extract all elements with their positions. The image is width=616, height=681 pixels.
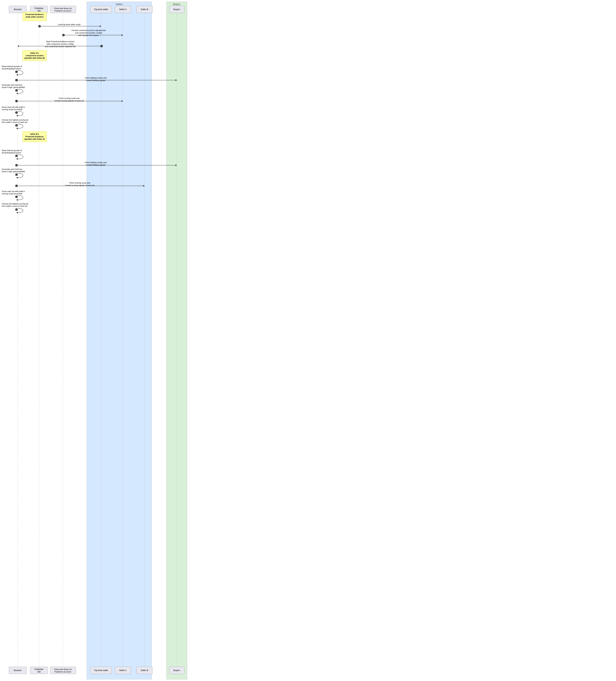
svg-text:Seller B's: Seller B's (30, 133, 39, 135)
svg-text:Provide contextual auction adj: Provide contextual auction adjusted bid (72, 29, 105, 31)
svg-marker-117 (16, 212, 18, 213)
svg-rect-18 (169, 6, 184, 13)
svg-text:14: 14 (16, 196, 17, 198)
svg-marker-76 (16, 115, 18, 117)
svg-point-55 (15, 79, 18, 81)
svg-text:Top-level seller: Top-level seller (94, 669, 108, 672)
svg-text:Score each ad with seller's: Score each ad with seller's (2, 190, 25, 193)
svg-text:Browser: Browser (14, 669, 22, 672)
svg-text:Load top-level seller script: Load top-level seller script (58, 23, 80, 26)
svg-text:1: 1 (39, 26, 40, 27)
svg-rect-126 (50, 667, 76, 674)
svg-text:Choose the highest scoring ad: Choose the highest scoring ad (2, 203, 28, 205)
svg-rect-6 (30, 6, 48, 13)
svg-text:15: 15 (16, 209, 17, 211)
svg-point-110 (15, 196, 18, 198)
svg-rect-82 (23, 132, 47, 142)
svg-rect-133 (136, 667, 152, 674)
svg-overlay: Sellers Buyers Browser Publisher site Cl… (0, 0, 188, 681)
svg-text:(parallel with Seller B): (parallel with Seller B) (24, 57, 45, 59)
svg-point-99 (15, 173, 18, 176)
svg-point-66 (15, 100, 18, 102)
svg-text:and component auction configs: and component auction configs (75, 32, 102, 34)
svg-text:Sellers: Sellers (116, 3, 123, 5)
svg-text:Read interest groups of: Read interest groups of (2, 65, 22, 68)
svg-rect-118 (23, 12, 47, 21)
svg-text:10: 10 (16, 155, 17, 157)
svg-text:Choose the highest scoring ad: Choose the highest scoring ad (2, 119, 28, 121)
svg-text:13: 13 (16, 185, 17, 187)
svg-marker-65 (16, 93, 18, 94)
svg-marker-42 (18, 45, 19, 47)
diagram: Sellers Buyers Browser Publisher site Cl… (0, 0, 188, 681)
svg-marker-101 (16, 177, 18, 179)
svg-text:Client-side library for: Client-side library for (54, 7, 72, 9)
svg-rect-131 (115, 667, 131, 674)
svg-text:Fetch scoring script and: Fetch scoring script and (70, 182, 90, 184)
svg-text:8: 8 (16, 112, 17, 114)
svg-text:Read interest groups of: Read interest groups of (2, 149, 22, 151)
svg-text:with signals from buyers: with signals from buyers (78, 34, 99, 36)
svg-text:Publisher: Publisher (34, 7, 44, 9)
svg-marker-94 (176, 165, 177, 166)
svg-text:5: 5 (16, 80, 17, 81)
svg-rect-135 (169, 667, 184, 674)
svg-text:Buyers: Buyers (173, 3, 180, 5)
svg-text:Buyers: Buyers (173, 8, 180, 11)
svg-point-102 (15, 185, 18, 187)
svg-point-32 (62, 34, 65, 36)
svg-marker-81 (16, 127, 18, 129)
svg-text:7: 7 (16, 101, 17, 102)
svg-rect-9 (50, 6, 76, 13)
svg-text:Browser: Browser (14, 8, 22, 11)
svg-text:Protected Audience: Protected Audience (26, 135, 44, 137)
svg-text:Seller A: Seller A (119, 669, 126, 672)
svg-text:Publisher ad server: Publisher ad server (55, 10, 72, 12)
svg-text:trusted bidding signals: trusted bidding signals (86, 164, 105, 166)
svg-text:and contextual auction adjuste: and contextual auction adjusted bid (45, 45, 76, 48)
svg-text:12: 12 (16, 174, 17, 176)
svg-rect-12 (91, 6, 112, 13)
svg-text:Seller A's: Seller A's (30, 52, 39, 54)
svg-text:6: 6 (16, 90, 17, 92)
svg-text:Publisher ad server: Publisher ad server (55, 671, 72, 673)
svg-text:Start Protected Audience aucti: Start Protected Audience auction (46, 41, 74, 43)
svg-text:from seller's score of each ad: from seller's score of each ad (2, 121, 27, 123)
svg-text:Score each ad with seller's: Score each ad with seller's (2, 106, 25, 108)
svg-text:Seller B: Seller B (141, 8, 148, 11)
svg-point-115 (15, 208, 18, 211)
svg-text:trusted bidding signals: trusted bidding signals (86, 79, 105, 81)
svg-text:Generate each bid from: Generate each bid from (2, 84, 22, 86)
svg-text:Top-level seller: Top-level seller (94, 8, 108, 11)
svg-text:Seller B: Seller B (141, 669, 148, 672)
svg-text:from seller's score of each ad: from seller's score of each ad (2, 205, 27, 207)
svg-rect-129 (91, 667, 112, 674)
svg-text:Seller A: Seller A (119, 8, 126, 11)
svg-text:site: site (37, 9, 41, 12)
svg-point-88 (15, 155, 18, 157)
svg-text:multi-seller auction: multi-seller auction (26, 16, 44, 18)
svg-rect-46 (23, 51, 47, 61)
svg-text:component auction: component auction (26, 54, 44, 56)
svg-text:Buyers: Buyers (173, 669, 180, 672)
svg-text:buyer's logic (generateBid): buyer's logic (generateBid) (2, 86, 25, 88)
svg-marker-54 (16, 74, 18, 76)
svg-point-52 (15, 71, 18, 73)
svg-text:3: 3 (101, 46, 102, 47)
svg-point-91 (15, 164, 18, 167)
svg-text:4: 4 (16, 71, 17, 73)
svg-text:scoring script (scoreAd): scoring script (scoreAd) (2, 108, 22, 110)
svg-point-63 (15, 89, 18, 92)
svg-text:trusted scoring signals of eac: trusted scoring signals of each ad (55, 100, 84, 102)
svg-rect-2 (166, 2, 187, 679)
svg-text:site: site (37, 671, 41, 673)
svg-text:with component auction configs: with component auction configs (47, 43, 74, 45)
svg-point-79 (15, 124, 18, 127)
svg-marker-69 (122, 100, 123, 102)
svg-text:buyer's logic (generateBid): buyer's logic (generateBid) (2, 171, 25, 173)
svg-point-74 (15, 111, 18, 114)
svg-text:all participating buyers: all participating buyers (2, 68, 21, 70)
svg-rect-4 (9, 6, 27, 13)
svg-text:Protected Audience: Protected Audience (26, 13, 44, 16)
svg-text:11: 11 (16, 165, 17, 166)
